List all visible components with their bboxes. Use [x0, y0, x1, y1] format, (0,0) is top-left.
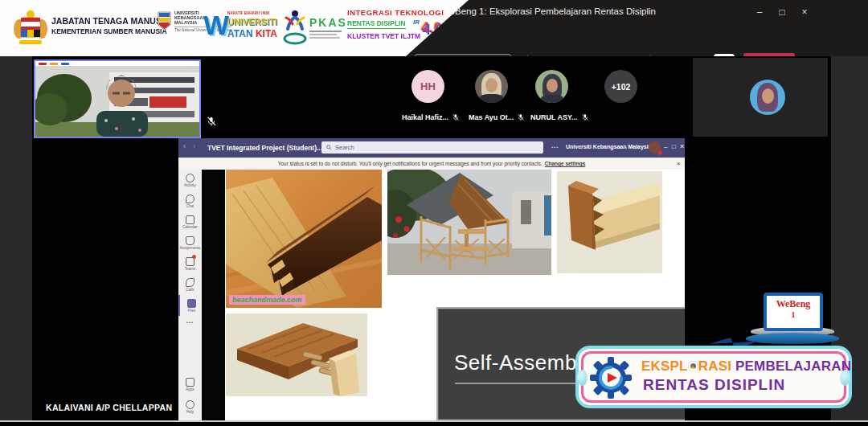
- speaker-muted-mic-icon: [206, 116, 217, 130]
- chat-icon: [186, 195, 194, 203]
- shared-maximize-icon[interactable]: □: [672, 143, 676, 150]
- rail-item-chat[interactable]: Chat: [178, 190, 202, 211]
- participant-tile-avatar[interactable]: [693, 58, 828, 137]
- search-placeholder: Search: [335, 144, 354, 151]
- pembelajaran-word: PEMBELAJARAN: [735, 358, 851, 374]
- speaker-name-label: KALAIVANI A/P CHELLAPPAN: [46, 403, 172, 412]
- eksplorasi-line1: EKSPLRASI PEMBELAJARAN: [641, 358, 851, 375]
- notification-text: Your status is set to do not disturb. Yo…: [278, 161, 542, 166]
- activity-icon: [186, 174, 194, 182]
- status-dnd-dot: [657, 150, 663, 156]
- participant-tile-photo[interactable]: [475, 70, 508, 103]
- calendar-icon: [186, 215, 194, 224]
- avatar: [750, 80, 785, 115]
- dnd-notification-banner: Your status is set to do not disturb. Yo…: [178, 158, 685, 170]
- rail-item-activity[interactable]: Activity: [178, 170, 202, 190]
- watan-line1: UNIVERSITI: [227, 17, 277, 27]
- watan-line2a: ATAN: [227, 28, 253, 39]
- dovetail-joint-photo: beachandmade.com: [226, 170, 382, 308]
- participant-name-label: Haikal Hafiz...: [402, 113, 448, 121]
- eksplorasi-line2: RENTAS DISIPLIN: [643, 376, 785, 394]
- participant-name: NURUL ASY...: [530, 113, 589, 121]
- minimize-button[interactable]: –: [747, 0, 772, 24]
- rail-item-calls[interactable]: Calls: [178, 274, 202, 295]
- pkas-subtext-line: [309, 31, 342, 32]
- watan-w-glyph: W: [203, 10, 229, 41]
- profile-avatar[interactable]: [649, 141, 661, 154]
- close-button[interactable]: ×: [792, 0, 817, 24]
- pkas-subtext-line: [309, 37, 340, 39]
- participant-name-label: Mas Ayu Ot...: [469, 113, 514, 121]
- notification-close-icon[interactable]: ×: [677, 160, 681, 167]
- book-cover-blue: [746, 333, 839, 344]
- shared-close-icon[interactable]: ×: [680, 142, 684, 150]
- speaker-video-image: [35, 61, 199, 137]
- shared-window-titlebar: ‹ › TVET Integrated Project (Student)...…: [178, 138, 685, 158]
- malaysia-coat-of-arms: [13, 8, 48, 47]
- rail-label: Help: [186, 410, 194, 414]
- pkas-subtext-line: [309, 34, 337, 35]
- rail-item-help[interactable]: Help: [178, 396, 202, 417]
- rail-label: Activity: [184, 183, 195, 187]
- forward-icon[interactable]: ›: [193, 142, 195, 150]
- integrasi-line3: KLUSTER TVET ILJTM: [347, 32, 420, 40]
- participant-overflow-tile[interactable]: +102: [604, 70, 637, 103]
- titlebar-more-icon[interactable]: •••: [551, 145, 559, 150]
- shared-minimize-icon[interactable]: –: [664, 143, 667, 150]
- rail-label: Apps: [186, 387, 194, 391]
- integrasi-line1: INTEGRASI TEKNOLOGI: [347, 8, 444, 17]
- webeng-monitor: WeBeng 1: [764, 293, 823, 331]
- app-rail: Activity Chat Calendar Assignments Teams…: [178, 170, 203, 420]
- ukm-crest: [158, 11, 171, 31]
- teams-meeting-window: WeBeng 1: Eksplorasi Pembelajaran Rentas…: [0, 0, 868, 426]
- content-gutter: [202, 170, 225, 420]
- rail-item-calendar[interactable]: Calendar: [178, 211, 202, 232]
- participant-name-label: NURUL ASY...: [530, 113, 578, 121]
- eksplorasi-word-pre: EKSPL: [641, 358, 688, 374]
- watan-line2: ATAN KITA: [227, 28, 277, 39]
- overflow-count: +102: [612, 82, 631, 92]
- gear-o-icon: [688, 361, 698, 371]
- window-bottom-edge: [0, 420, 868, 422]
- mini-logo: [61, 63, 69, 65]
- watan-line2b: KITA: [256, 28, 277, 39]
- search-input[interactable]: Search: [321, 141, 543, 154]
- back-icon[interactable]: ‹: [183, 142, 186, 150]
- change-settings-link[interactable]: Change settings: [545, 161, 586, 166]
- photo-watermark: beachandmade.com: [229, 295, 305, 305]
- participant-tile-photo[interactable]: [535, 70, 568, 103]
- muted-mic-icon: [452, 113, 460, 121]
- rail-label: Assignments: [180, 246, 201, 250]
- shared-window-title: TVET Integrated Project (Student)...: [207, 144, 322, 152]
- rail-more-icon[interactable]: •••: [178, 316, 202, 329]
- rail-label: Calendar: [182, 225, 197, 229]
- eksplorasi-banner: EKSPLRASI PEMBELAJARAN RENTAS DISIPLIN: [572, 344, 857, 412]
- rail-item-assignments[interactable]: Assignments: [178, 232, 202, 253]
- avatar-face: [485, 78, 497, 92]
- muted-mic-icon: [581, 113, 589, 121]
- ir-label: IR: [413, 18, 420, 26]
- eksplorasi-word-post: RASI: [698, 358, 731, 374]
- rail-item-apps[interactable]: Apps: [178, 374, 202, 395]
- webeng-number: 1: [767, 310, 820, 319]
- speaker-video-tile[interactable]: [34, 59, 201, 138]
- pkas-logo: PKAS: [283, 6, 346, 51]
- gear-play-icon: [585, 354, 638, 402]
- files-icon: [187, 299, 196, 308]
- window-title: WeBeng 1: Eksplorasi Pembelajaran Rentas…: [441, 6, 656, 16]
- avatar-face: [547, 79, 558, 92]
- apps-icon: [186, 378, 194, 387]
- rail-item-teams[interactable]: Teams: [178, 253, 202, 274]
- maximize-button[interactable]: □: [770, 0, 794, 24]
- gazebo-photo: [387, 170, 551, 275]
- participant-tile-initials[interactable]: HH: [411, 70, 444, 103]
- watan-top-label: NARATIF BAHARU UKM: [227, 11, 269, 15]
- calls-icon: [186, 278, 194, 287]
- rail-label: Teams: [185, 267, 195, 271]
- rail-label: Calls: [186, 288, 194, 292]
- rail-label: Chat: [186, 204, 194, 208]
- dowel-joint-render-image: [226, 313, 367, 396]
- participant-initials: HH: [420, 80, 436, 92]
- rail-item-files[interactable]: Files: [178, 295, 203, 316]
- stage-left-strip: [0, 56, 32, 420]
